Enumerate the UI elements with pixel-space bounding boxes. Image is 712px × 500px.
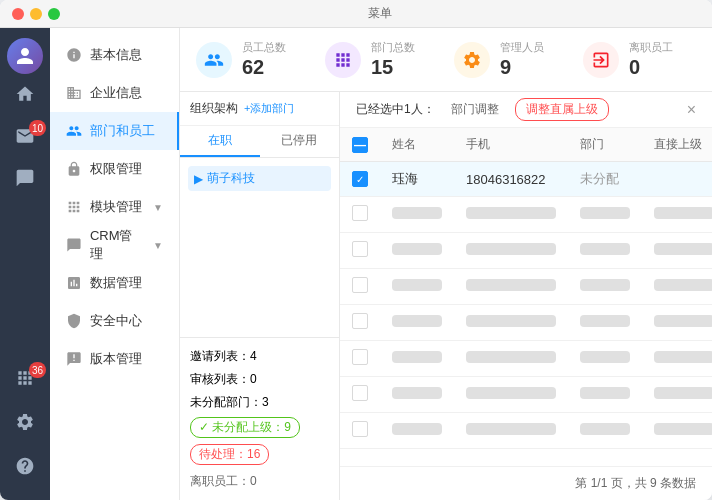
crm-arrow: ▼: [153, 240, 163, 251]
stat-pending: 待处理：16: [190, 444, 269, 465]
row-checkbox[interactable]: [352, 385, 368, 401]
row-checkbox-cell: [340, 233, 380, 269]
row-phone: [454, 233, 568, 269]
nav-item-company-info[interactable]: 企业信息: [50, 74, 179, 112]
select-all-checkbox[interactable]: —: [352, 137, 368, 153]
row-checkbox-cell: [340, 413, 380, 449]
row-phone: [454, 197, 568, 233]
row-checkbox-cell: [340, 341, 380, 377]
stat-managers: 管理人员 9: [454, 40, 567, 79]
right-panel: 已经选中1人： 部门调整 调整直属上级 ×: [340, 92, 712, 500]
row-superior: [642, 305, 712, 341]
left-panel: 组织架构 +添加部门 在职 已停用 ▶ 萌子科技: [180, 92, 340, 500]
row-checkbox[interactable]: ✓: [352, 171, 368, 187]
row-phone: [454, 413, 568, 449]
nav-item-modules[interactable]: 模块管理 ▼: [50, 188, 179, 226]
row-dept: [568, 233, 642, 269]
row-dept: [568, 341, 642, 377]
stat-unassigned-superior: ✓ 未分配上级：9: [190, 417, 300, 438]
row-name: [380, 233, 454, 269]
row-checkbox-cell: [340, 197, 380, 233]
add-dept-button[interactable]: +添加部门: [244, 101, 294, 116]
stat-total-employees: 员工总数 62: [196, 40, 309, 79]
row-name: [380, 305, 454, 341]
sidebar-icon-message[interactable]: [0, 158, 50, 198]
stat-resigned: 离职员工 0: [583, 40, 696, 79]
avatar[interactable]: [7, 38, 43, 74]
stat-icon-employees: [196, 42, 232, 78]
row-checkbox[interactable]: [352, 277, 368, 293]
bottom-stats: 邀请列表：4 审核列表：0 未分配部门：3 ✓ 未分配上级：9 待处理：16: [180, 337, 339, 500]
expand-icon: ▶: [194, 172, 203, 186]
sidebar-icon-home[interactable]: [0, 74, 50, 114]
row-checkbox[interactable]: [352, 349, 368, 365]
sidebar-icon-settings[interactable]: [0, 402, 50, 442]
table-row: [340, 269, 712, 305]
nav-item-data[interactable]: 数据管理: [50, 264, 179, 302]
table-row: ✓珏海18046316822未分配: [340, 162, 712, 197]
row-checkbox[interactable]: [352, 205, 368, 221]
row-name: 珏海: [380, 162, 454, 197]
stat-info-managers: 管理人员 9: [500, 40, 544, 79]
window-title: 菜单: [60, 5, 700, 22]
minimize-button[interactable]: [30, 8, 42, 20]
table-row: [340, 341, 712, 377]
nav-item-basic-info[interactable]: 基本信息: [50, 36, 179, 74]
row-checkbox[interactable]: [352, 421, 368, 437]
header-superior: 直接上级: [642, 128, 712, 162]
main-window: 菜单 10 36: [0, 0, 712, 500]
nav-item-version[interactable]: 版本管理: [50, 340, 179, 378]
superior-adjust-button[interactable]: 调整直属上级: [515, 98, 609, 121]
stats-bar: 员工总数 62 部门总数 15: [180, 28, 712, 92]
selected-info: 已经选中1人：: [356, 101, 435, 118]
stat-unassigned-dept: 未分配部门：3: [190, 392, 329, 413]
row-checkbox-cell: [340, 269, 380, 305]
nav-item-security[interactable]: 安全中心: [50, 302, 179, 340]
tab-disabled[interactable]: 已停用: [260, 126, 340, 157]
row-phone: [454, 377, 568, 413]
dept-tree: ▶ 萌子科技: [180, 158, 339, 337]
nav-item-crm[interactable]: CRM管理 ▼: [50, 226, 179, 264]
stat-info-depts: 部门总数 15: [371, 40, 415, 79]
org-content: 组织架构 +添加部门 在职 已停用 ▶ 萌子科技: [180, 92, 712, 500]
row-checkbox-cell: [340, 305, 380, 341]
row-name: [380, 269, 454, 305]
sidebar-icon-apps[interactable]: 36: [0, 358, 50, 398]
tab-active[interactable]: 在职: [180, 126, 260, 157]
row-superior: [642, 162, 712, 197]
row-dept: [568, 269, 642, 305]
main-layout: 10 36 基本信息: [0, 28, 712, 500]
dept-adjust-button[interactable]: 部门调整: [443, 99, 507, 120]
table-header-row: — 姓名 手机 部门 直接上级: [340, 128, 712, 162]
close-panel-button[interactable]: ×: [687, 101, 696, 119]
row-checkbox[interactable]: [352, 241, 368, 257]
row-phone: [454, 269, 568, 305]
row-checkbox[interactable]: [352, 313, 368, 329]
nav-sidebar: 基本信息 企业信息 部门和员工 权限管理 模块管理 ▼ CRM管理: [50, 28, 180, 500]
row-name: [380, 197, 454, 233]
row-checkbox-cell: ✓: [340, 162, 380, 197]
sidebar-bottom-icons: 36: [0, 358, 50, 500]
stat-dismissed: 离职员工：0: [190, 471, 329, 492]
row-superior: [642, 197, 712, 233]
nav-item-dept-employees[interactable]: 部门和员工: [50, 112, 179, 150]
table-row: [340, 197, 712, 233]
stat-icon-resigned: [583, 42, 619, 78]
row-phone: [454, 305, 568, 341]
row-superior: [642, 413, 712, 449]
header-checkbox-col: —: [340, 128, 380, 162]
dept-item-main[interactable]: ▶ 萌子科技: [188, 166, 331, 191]
row-name: [380, 377, 454, 413]
maximize-button[interactable]: [48, 8, 60, 20]
sidebar-icon-help[interactable]: [0, 446, 50, 486]
stat-invite: 邀请列表：4: [190, 346, 329, 367]
right-panel-header: 已经选中1人： 部门调整 调整直属上级 ×: [340, 92, 712, 128]
stat-total-depts: 部门总数 15: [325, 40, 438, 79]
nav-item-permissions[interactable]: 权限管理: [50, 150, 179, 188]
stat-icon-managers: [454, 42, 490, 78]
modules-arrow: ▼: [153, 202, 163, 213]
close-button[interactable]: [12, 8, 24, 20]
employee-table-container: — 姓名 手机 部门 直接上级 ✓珏海18046316: [340, 128, 712, 466]
sidebar-icon-mail[interactable]: 10: [0, 116, 50, 156]
row-name: [380, 341, 454, 377]
